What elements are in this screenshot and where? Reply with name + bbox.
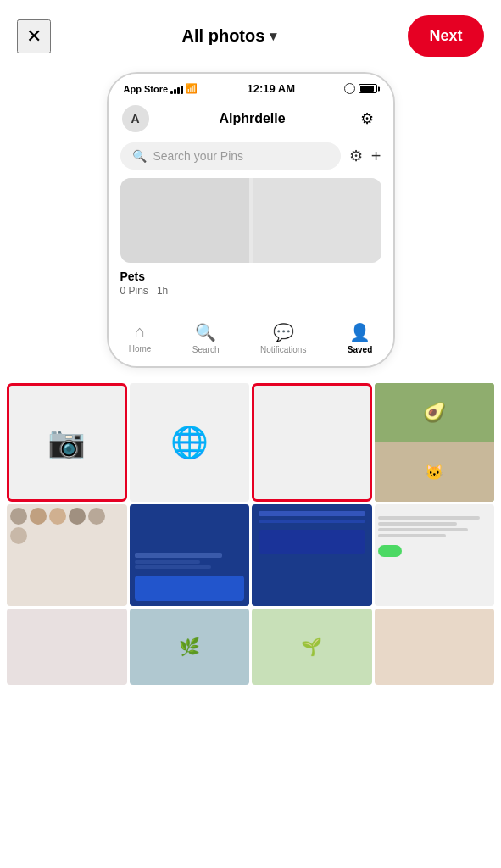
photo-thumb-2[interactable] <box>130 504 250 606</box>
saved-icon: 👤 <box>349 322 370 342</box>
search-bar[interactable]: 🔍 Search your Pins <box>120 142 341 170</box>
photo-grid-bottom <box>0 502 501 606</box>
avocado-top: 🥑 <box>375 383 495 442</box>
photo-small-1[interactable] <box>7 609 127 685</box>
phone-mockup: App Store 📶 12:19 AM A Alphrdelle <box>107 72 395 368</box>
photo-small-3[interactable]: 🌱 <box>252 609 372 685</box>
toggle-element <box>378 545 402 557</box>
close-button[interactable]: ✕ <box>17 19 51 53</box>
carrier-label: App Store <box>124 84 169 94</box>
globe-photo-cell[interactable]: 🌐 <box>130 383 250 502</box>
chevron-down-icon: ▾ <box>270 28 276 44</box>
filter-icon[interactable]: ⚙ <box>349 147 363 165</box>
photo-small-4[interactable] <box>375 609 495 685</box>
board-meta: 0 Pins 1h <box>120 285 381 297</box>
board-grid-cell-2 <box>253 178 381 263</box>
nav-search[interactable]: 🔍 Search <box>192 322 220 354</box>
board-grid <box>120 178 381 263</box>
thumb-circle-6 <box>10 527 27 544</box>
photo-thumb-3[interactable] <box>252 504 372 606</box>
line-4 <box>378 534 446 537</box>
pinterest-header: A Alphrdelle ⚙ <box>109 100 393 139</box>
board-area: Pets 0 Pins 1h <box>109 178 393 297</box>
all-photos-label: All photos <box>182 26 265 46</box>
nav-notifications[interactable]: 💬 Notifications <box>260 322 306 354</box>
thumb-lines <box>378 516 492 557</box>
thumb-circles <box>10 508 124 544</box>
cat-bottom: 🐱 <box>375 442 495 502</box>
bottom-nav: ⌂ Home 🔍 Search 💬 Notifications 👤 Saved <box>109 314 393 366</box>
search-nav-icon: 🔍 <box>195 322 216 342</box>
signal-bar-1 <box>170 91 173 94</box>
status-time: 12:19 AM <box>247 82 295 95</box>
signal-bars <box>170 84 183 94</box>
signal-bar-3 <box>177 87 180 94</box>
photo-thumb-4[interactable] <box>375 504 495 606</box>
blue-line-3 <box>135 565 212 569</box>
avocado-grid: 🥑 🐱 <box>375 383 495 502</box>
line-1 <box>378 516 480 520</box>
board-grid-cell-1 <box>120 178 249 263</box>
nav-search-label: Search <box>192 345 220 354</box>
thumb-circle-2 <box>30 508 47 525</box>
thumb-circle-3 <box>49 508 66 525</box>
photo-grid-third: 🌿 🌱 <box>0 606 501 685</box>
avatar[interactable]: A <box>122 105 149 132</box>
thumb-circle-4 <box>69 508 86 525</box>
status-carrier: App Store 📶 <box>124 83 198 94</box>
phone-wrapper: App Store 📶 12:19 AM A Alphrdelle <box>0 72 501 368</box>
search-icon: 🔍 <box>132 149 147 163</box>
battery-fill <box>360 86 374 92</box>
wifi-icon: 📶 <box>186 83 198 94</box>
camera-icon: 📷 <box>47 425 86 460</box>
status-right <box>344 83 377 94</box>
photo-small-2[interactable]: 🌿 <box>130 609 250 685</box>
blue-thumb-content <box>252 504 372 560</box>
next-button[interactable]: Next <box>408 15 484 57</box>
status-bar: App Store 📶 12:19 AM <box>109 74 393 100</box>
blue-line-1 <box>135 553 223 558</box>
home-icon: ⌂ <box>135 322 145 342</box>
blue-row-2 <box>259 520 365 523</box>
signal-bar-4 <box>181 86 183 94</box>
nav-saved-label: Saved <box>348 345 372 354</box>
line-2 <box>378 522 457 526</box>
signal-bar-2 <box>174 89 176 94</box>
board-time-ago: 1h <box>157 285 168 297</box>
add-icon[interactable]: + <box>371 147 381 166</box>
selected-photo-cell[interactable] <box>252 383 372 502</box>
search-row: 🔍 Search your Pins ⚙ + <box>120 142 381 170</box>
nav-notifications-label: Notifications <box>260 345 306 354</box>
photo-grid-top: 📷 🌐 🥑 🐱 <box>0 383 501 502</box>
thumb-circle-5 <box>88 508 105 525</box>
board-pins-count: 0 Pins <box>120 285 148 297</box>
search-placeholder: Search your Pins <box>153 149 329 163</box>
settings-icon[interactable]: ⚙ <box>355 107 379 131</box>
blue-line-2 <box>135 560 201 564</box>
camera-photo-cell[interactable]: 📷 <box>7 383 127 502</box>
nav-home-label: Home <box>129 344 152 353</box>
blue-block <box>135 576 245 601</box>
notifications-icon: 💬 <box>273 322 294 342</box>
photo-grid-section: 📷 🌐 🥑 🐱 <box>0 383 501 685</box>
nav-home[interactable]: ⌂ Home <box>129 322 152 354</box>
top-bar: ✕ All photos ▾ Next <box>0 0 501 72</box>
page-title: All photos ▾ <box>182 26 277 46</box>
blue-row-1 <box>259 511 365 516</box>
avocado-cat-cell[interactable]: 🥑 🐱 <box>375 383 495 502</box>
location-icon <box>344 83 355 94</box>
board-title[interactable]: Pets <box>120 270 381 283</box>
blue-block-2 <box>259 530 365 554</box>
username-label: Alphrdelle <box>219 111 285 126</box>
photo-thumb-1[interactable] <box>7 504 127 606</box>
nav-saved[interactable]: 👤 Saved <box>348 322 372 354</box>
line-3 <box>378 528 469 531</box>
globe-icon: 🌐 <box>170 425 209 460</box>
thumb-circle-1 <box>10 508 27 525</box>
battery-icon <box>359 84 377 93</box>
